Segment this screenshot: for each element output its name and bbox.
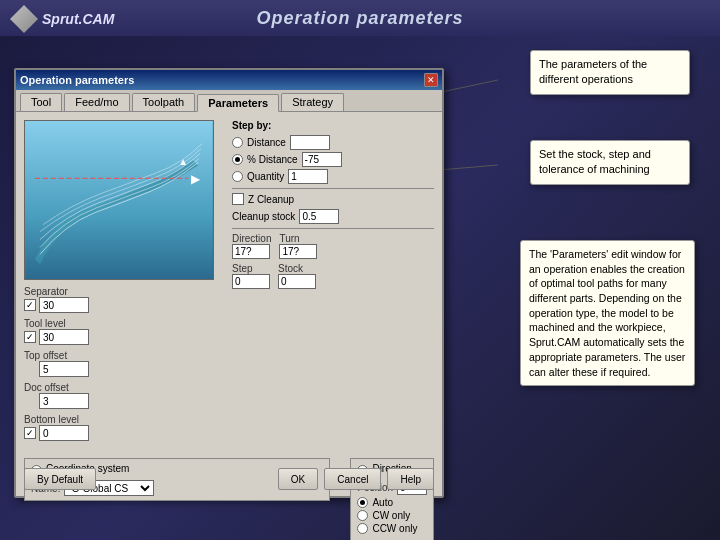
- step-by-radio-group: Distance % Distance Quantity: [232, 135, 434, 184]
- top-offset-label: Top offset: [24, 350, 224, 361]
- distance-input[interactable]: [290, 135, 330, 150]
- direction-input[interactable]: [232, 244, 270, 259]
- svg-text:▶: ▶: [191, 172, 201, 186]
- header-bar: Sprut.CAM Operation parameters: [0, 0, 720, 36]
- dialog-close-button[interactable]: ✕: [424, 73, 438, 87]
- doc-offset-label: Doc offset: [24, 382, 224, 393]
- bottom-level-input[interactable]: [39, 425, 89, 441]
- pct-distance-radio[interactable]: [232, 154, 243, 165]
- cancel-button[interactable]: Cancel: [324, 468, 381, 490]
- pct-distance-radio-row: % Distance: [232, 152, 434, 167]
- tab-tool[interactable]: Tool: [20, 93, 62, 111]
- quantity-radio-row: Quantity: [232, 169, 434, 184]
- auto-radio-row: Auto: [357, 497, 427, 508]
- cw-label: CW only: [372, 510, 410, 521]
- cw-radio[interactable]: [357, 510, 368, 521]
- tool-level-checkbox[interactable]: ✓: [24, 331, 36, 343]
- z-cleanup-row: Z Cleanup: [232, 193, 434, 205]
- stock-fields: Stock: [278, 263, 316, 289]
- cleanup-stock-input[interactable]: [299, 209, 339, 224]
- distance-label: Distance: [247, 137, 286, 148]
- separator-checkbox[interactable]: ✓: [24, 299, 36, 311]
- separator-input[interactable]: [39, 297, 89, 313]
- cw-radio-row: CW only: [357, 510, 427, 521]
- ok-button[interactable]: OK: [278, 468, 318, 490]
- bottom-level-label: Bottom level: [24, 414, 224, 425]
- turn-label: Turn: [279, 233, 317, 244]
- pct-distance-input[interactable]: [302, 152, 342, 167]
- step-by-label: Step by:: [232, 120, 434, 131]
- default-button[interactable]: By Default: [24, 468, 96, 490]
- pct-distance-label: % Distance: [247, 154, 298, 165]
- page-title: Operation parameters: [256, 8, 463, 29]
- dialog-buttons: By Default OK Cancel Help: [24, 468, 434, 490]
- logo-area: Sprut.CAM: [10, 5, 114, 33]
- step-input[interactable]: [232, 274, 270, 289]
- tooltip-bottom: The 'Parameters' edit window for an oper…: [520, 240, 695, 386]
- tab-bar: Tool Feed/mo Toolpath Parameters Strateg…: [16, 90, 442, 112]
- tab-parameters[interactable]: Parameters: [197, 94, 279, 112]
- quantity-radio[interactable]: [232, 171, 243, 182]
- separator-line-2: [232, 228, 434, 229]
- tooltip-bottom-text: The 'Parameters' edit window for an oper…: [529, 248, 685, 378]
- left-panel: ▶ ▲ Separator ✓ Tool level ✓: [24, 120, 224, 446]
- direction-field-label: Direction: [232, 233, 271, 244]
- direction-fields: Direction: [232, 233, 271, 259]
- logo-icon: [10, 5, 38, 33]
- doc-offset-input[interactable]: [39, 393, 89, 409]
- help-button[interactable]: Help: [387, 468, 434, 490]
- dialog-title-text: Operation parameters: [20, 74, 134, 86]
- tooltip-top-text: The parameters of the different operatio…: [539, 58, 647, 85]
- tooltip-mid-text: Set the stock, step and tolerance of mac…: [539, 148, 651, 175]
- auto-label: Auto: [372, 497, 393, 508]
- auto-radio[interactable]: [357, 497, 368, 508]
- dialog-titlebar: Operation parameters ✕: [16, 70, 442, 90]
- stock-field-label: Stock: [278, 263, 316, 274]
- tool-level-input[interactable]: [39, 329, 89, 345]
- viz-area: ▶ ▲: [24, 120, 214, 280]
- svg-text:▲: ▲: [178, 156, 188, 167]
- tool-level-label: Tool level: [24, 318, 224, 329]
- separator-label: Separator: [24, 286, 224, 297]
- doc-offset-field: Doc offset: [24, 382, 224, 409]
- distance-radio-row: Distance: [232, 135, 434, 150]
- cleanup-stock-label: Cleanup stock: [232, 211, 295, 222]
- ccw-radio[interactable]: [357, 523, 368, 534]
- z-cleanup-checkbox[interactable]: [232, 193, 244, 205]
- separator-field: Separator ✓: [24, 286, 224, 313]
- turn-input[interactable]: [279, 244, 317, 259]
- tab-feedmo[interactable]: Feed/mo: [64, 93, 129, 111]
- tooltip-top: The parameters of the different operatio…: [530, 50, 690, 95]
- dialog-window: Operation parameters ✕ Tool Feed/mo Tool…: [14, 68, 444, 498]
- quantity-label: Quantity: [247, 171, 284, 182]
- separator-line-1: [232, 188, 434, 189]
- right-panel: Step by: Distance % Distance Quantity: [232, 120, 434, 446]
- ccw-radio-row: CCW only: [357, 523, 427, 534]
- turn-fields: Turn: [279, 233, 317, 259]
- step-fields: Step: [232, 263, 270, 289]
- distance-radio[interactable]: [232, 137, 243, 148]
- bottom-level-checkbox[interactable]: ✓: [24, 427, 36, 439]
- tooltip-mid: Set the stock, step and tolerance of mac…: [530, 140, 690, 185]
- viz-svg: ▶ ▲: [25, 121, 213, 279]
- dialog-body: ▶ ▲ Separator ✓ Tool level ✓: [16, 112, 442, 454]
- top-offset-field: Top offset: [24, 350, 224, 377]
- logo-text: Sprut.CAM: [42, 11, 114, 27]
- tool-level-field: Tool level ✓: [24, 318, 224, 345]
- cleanup-stock-row: Cleanup stock: [232, 209, 434, 224]
- stock-input[interactable]: [278, 274, 316, 289]
- tab-toolpath[interactable]: Toolpath: [132, 93, 196, 111]
- bottom-level-field: Bottom level ✓: [24, 414, 224, 441]
- step-field-label: Step: [232, 263, 270, 274]
- quantity-input[interactable]: [288, 169, 328, 184]
- top-offset-input[interactable]: [39, 361, 89, 377]
- ccw-label: CCW only: [372, 523, 417, 534]
- z-cleanup-label: Z Cleanup: [248, 194, 294, 205]
- tab-strategy[interactable]: Strategy: [281, 93, 344, 111]
